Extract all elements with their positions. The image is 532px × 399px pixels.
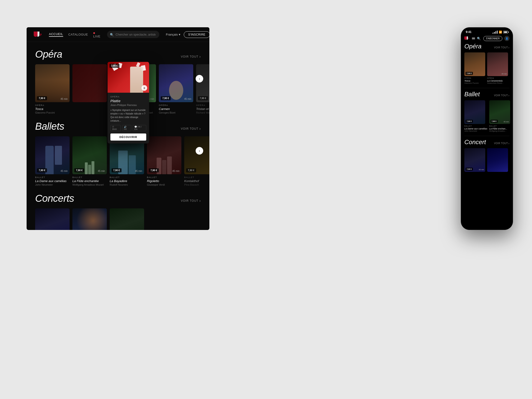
dame-category: BALLET: [35, 176, 70, 178]
phone-card-tosca[interactable]: 7,90 € OPÉRA Tosca Giacomo Puccini: [464, 52, 485, 84]
phone-ballet-flute-price: 7,90 €: [490, 120, 498, 123]
concert-card-2[interactable]: [72, 209, 107, 230]
carmen-author: Geroges Bizet: [159, 111, 193, 114]
dame-meta: BALLET La Dame aux camélias John Neumeie…: [35, 176, 70, 186]
concert-card-1[interactable]: [35, 209, 70, 230]
opera-next-arrow[interactable]: ›: [196, 75, 203, 82]
ballet-flute-duration: 45 min: [98, 170, 105, 172]
tristan-title: Tristan et Isol...: [196, 107, 209, 111]
opera-card-tristan[interactable]: 7,90 € OPÉRA Tristan et Isol... Richard …: [196, 64, 209, 114]
nav-catalogue[interactable]: CATALOGUE: [68, 33, 88, 36]
phone-scroll: Opéra VOIR TOUT 7,90 € OPÉRA Tosca Giaco…: [461, 43, 513, 221]
kontakthof-meta: BALLET Kontakthof Pina Bausch: [184, 176, 209, 186]
nav-live[interactable]: LIVE: [93, 31, 101, 38]
phone-cenerentola-image: 45 min: [487, 52, 508, 76]
dame-image: 7,90 € 45 min: [35, 136, 70, 174]
phone-nav: p 🔍 S'ABONNER 👤: [461, 35, 513, 43]
phone-concert-title: Concert: [464, 138, 486, 146]
phone-card-ballet-flute[interactable]: 7,90 € 45 min BALLET La Flûte enchan... …: [489, 100, 510, 132]
search-input[interactable]: [107, 31, 159, 38]
phone-content: Opéra VOIR TOUT 7,90 € OPÉRA Tosca Giaco…: [461, 43, 513, 176]
opera-voir-tout[interactable]: VOIR TOUT: [181, 55, 201, 59]
ballet-card-flute[interactable]: 7,90 € 45 min BALLET La Flûte enchantée …: [72, 136, 107, 186]
tosca-image: 7,90 € 45 min: [35, 64, 70, 102]
phone-dame-author: John Neumeier: [464, 130, 487, 132]
platee-bg-image: [72, 64, 107, 102]
phone-card-concert2[interactable]: [487, 148, 508, 172]
tosca-category: OPÉRA: [35, 104, 70, 106]
phone-card-concert1[interactable]: 7,90 € 45 min: [464, 148, 485, 172]
phone-concert-header: Concert VOIR TOUT: [464, 138, 509, 146]
concerts-voir-tout[interactable]: VOIR TOUT: [181, 199, 201, 203]
phone-logo: p: [464, 36, 470, 41]
ballet-card-bayadere[interactable]: 7,90 € 45 min BALLET La Bayadère Rudolf …: [110, 136, 144, 186]
rigoletto-image: 7,90 € 45 min: [147, 136, 181, 174]
ballets-title: Ballets: [35, 121, 64, 132]
search-icon: 🔍: [110, 33, 114, 36]
svg-text:p: p: [40, 33, 42, 36]
logo[interactable]: p: [33, 30, 42, 40]
concert-card-3[interactable]: [110, 209, 144, 230]
phone-ballet-header: Ballet VOIR TOUT: [464, 91, 509, 98]
opera-title: Opéra: [35, 49, 62, 60]
ballet-flute-author: Wolfgang Amadeus Mozart: [72, 183, 107, 186]
tristan-price-badge: 7,90 €: [198, 96, 208, 100]
battery-icon: [503, 31, 508, 33]
language-selector[interactable]: Français ▾: [166, 33, 180, 36]
phone-card-cenerentola[interactable]: 45 min OPÉRA La Cenerentola Gioacchino R…: [487, 52, 508, 84]
opera-section-header: Opéra VOIR TOUT: [35, 49, 201, 60]
phone-ballet-cards: 7,90 € BALLET La Dame aux camélias John …: [464, 100, 509, 132]
phone-ballet-voir-tout[interactable]: VOIR TOUT: [494, 94, 509, 97]
bayadere-price-badge: 7,90 €: [112, 168, 121, 172]
tristan-category: OPÉRA: [196, 104, 209, 106]
ballets-cards-row: 7,90 € 45 min BALLET La Dame aux camélia…: [35, 136, 201, 186]
bayadere-duration: 45 min: [135, 170, 142, 172]
opera-cards-row: 7,90 € 45 min OPÉRA Tosca Giacomo Puccin…: [35, 64, 201, 114]
wifi-icon: 📶: [499, 31, 502, 34]
phone-concert1-duration: 45 min: [479, 169, 484, 171]
ballet-card-kontakthof[interactable]: 7,90 € BALLET Kontakthof Pina Bausch: [184, 136, 209, 186]
kontakthof-price-badge: 7,90 €: [186, 168, 196, 172]
rigoletto-title: Rigoletto: [147, 179, 181, 183]
concert2-image: [72, 209, 107, 230]
hover-tag-lang2: 💬 FR / EN: [133, 125, 146, 131]
dame-title: La Dame aux camélias: [35, 179, 70, 183]
phone-concert-voir-tout[interactable]: VOIR TOUT: [494, 142, 509, 145]
nav-links: ACCUEIL CATALOGUE LIVE: [49, 31, 101, 38]
carmen-meta: OPÉRA Carmen Geroges Bizet: [159, 104, 193, 114]
ballet-card-rigoletto[interactable]: 7,90 € 45 min BALLET Rigoletto Giuseppe …: [147, 136, 181, 186]
rigoletto-duration: 45 min: [172, 170, 179, 172]
kontakthof-title: Kontakthof: [184, 179, 209, 183]
pause-button[interactable]: ⏸: [141, 85, 147, 91]
search-wrapper: 🔍: [107, 31, 159, 38]
opera-card-carmen[interactable]: 7,90 € 45 min OPÉRA Carmen Geroges Bizet: [159, 64, 193, 114]
svg-text:p: p: [468, 37, 469, 39]
tristan-image: 7,90 €: [196, 64, 209, 102]
hover-tag-lang1: 🔊 FR: [122, 125, 131, 131]
menu-search-button[interactable]: 🔍: [472, 37, 481, 40]
dame-author: John Neumeier: [35, 183, 70, 186]
nav-accueil[interactable]: ACCUEIL: [49, 32, 63, 37]
ballet-card-dame[interactable]: 7,90 € 45 min BALLET La Dame aux camélia…: [35, 136, 70, 186]
status-bar: 9:41 📶: [461, 27, 513, 35]
rigoletto-price-badge: 7,90 €: [149, 168, 159, 172]
phone-user-icon[interactable]: 👤: [504, 36, 509, 41]
opera-card-platee[interactable]: 7,90 € ⏸ OPÉRA Platée Jean-Philippe Rame…: [72, 64, 107, 114]
ballets-voir-tout[interactable]: VOIR TOUT: [181, 127, 201, 131]
opera-card-tosca[interactable]: 7,90 € 45 min OPÉRA Tosca Giacomo Puccin…: [35, 64, 70, 114]
ballets-next-arrow[interactable]: ›: [196, 147, 203, 154]
phone-opera-voir-tout[interactable]: VOIR TOUT: [494, 46, 509, 49]
phone-card-dame[interactable]: 7,90 € BALLET La Dame aux camélias John …: [464, 100, 487, 132]
tosca-meta: OPÉRA Tosca Giacomo Puccini: [35, 104, 70, 114]
discover-button[interactable]: DÉCOUVRIR: [110, 134, 146, 141]
hover-tags: ⏱ 3h00 🔊 FR 💬 FR / EN: [110, 125, 146, 131]
subscribe-button[interactable]: S'INSCRIRE: [184, 31, 209, 38]
kontakthof-image: 7,90 €: [184, 136, 209, 174]
phone-dame-image: 7,90 €: [464, 100, 485, 124]
kontakthof-author: Pina Bausch: [184, 183, 209, 186]
phone-nav-right: S'ABONNER 👤: [483, 36, 509, 41]
phone-concert1-image: 7,90 € 45 min: [464, 148, 485, 172]
bayadere-meta: BALLET La Bayadère Rudolf Noureev: [110, 176, 144, 186]
phone-subscribe-button[interactable]: S'ABONNER: [483, 36, 502, 41]
tosca-title: Tosca: [35, 107, 70, 111]
